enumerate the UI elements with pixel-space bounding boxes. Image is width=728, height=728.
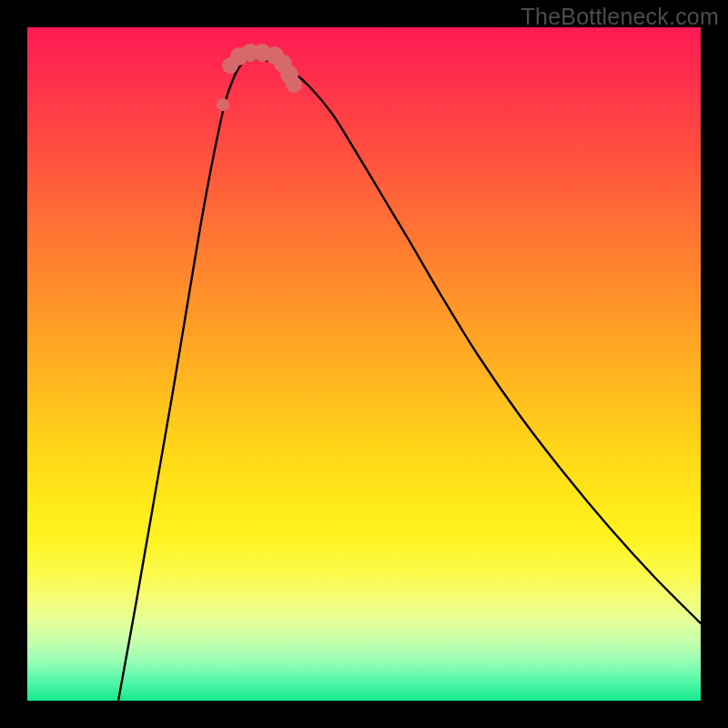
curve-marker-dot: [286, 76, 302, 93]
watermark-text: TheBottleneck.com: [521, 4, 719, 30]
chart-svg: [27, 27, 701, 701]
curve-markers: [217, 44, 302, 111]
curve-marker-dot: [217, 98, 229, 111]
curve-line: [118, 59, 701, 701]
chart-plot-area: [27, 27, 701, 701]
